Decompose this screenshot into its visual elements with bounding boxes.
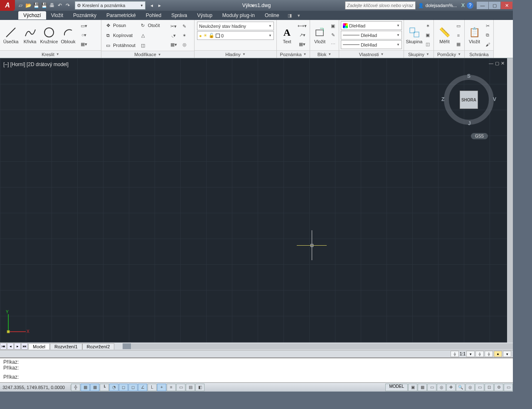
st-iso-icon[interactable]: ⊡ [485, 384, 494, 391]
close-button[interactable]: ✕ [501, 2, 512, 9]
infer-icon[interactable]: ╬ [71, 384, 80, 391]
viewcube-face[interactable]: SHORA [460, 91, 478, 109]
group-bb-icon[interactable]: ◫ [424, 40, 432, 49]
anno-scale-icon[interactable]: ⟠ [451, 351, 459, 357]
st-pan-icon[interactable]: ✥ [446, 384, 456, 391]
exchange-icon[interactable]: X [459, 2, 467, 9]
rectangle-icon[interactable]: ▭▾ [78, 22, 90, 30]
st-nav-icon[interactable]: ◎ [437, 384, 446, 391]
layout-tab-1[interactable]: Rozvržení1 [50, 343, 82, 350]
tab-parametricke[interactable]: Parametrické [101, 11, 141, 20]
otrack-icon[interactable]: ∠ [138, 384, 147, 391]
create-block-icon[interactable]: ▣ [329, 22, 337, 30]
st-hw-icon[interactable]: ⚙ [494, 384, 503, 391]
osnap-icon[interactable]: ◻ [119, 384, 128, 391]
offset-icon[interactable]: ◎ [180, 40, 189, 49]
paste-button[interactable]: 📋Vložit [466, 26, 483, 44]
ducs-icon[interactable]: L [148, 384, 157, 391]
layout-tab-model[interactable]: Model [28, 343, 50, 350]
lineweight-dropdown[interactable]: DleHlad▼ [341, 31, 402, 39]
workspace-selector[interactable]: ⚙ Kreslení a poznámka ▼ [75, 1, 145, 10]
viewcube-south[interactable]: J [468, 121, 471, 126]
layer-current-dropdown[interactable]: ● ☀ 🔓 0▼ [197, 31, 274, 40]
layout-prev-icon[interactable]: ◂ [7, 343, 14, 350]
anno-auto-icon[interactable]: ▾ [466, 351, 475, 357]
table-icon[interactable]: ▦▾ [296, 40, 308, 49]
tpy-icon[interactable]: ▭ [176, 384, 185, 391]
ortho-icon[interactable]: ┗ [100, 384, 109, 391]
tab-moduly[interactable]: Moduly plug-in [217, 11, 260, 20]
layout-next-icon[interactable]: ▸ [14, 343, 21, 350]
coordinates-readout[interactable]: 3247.3355, 1749.8571, 0.0000 [0, 385, 71, 390]
nav-prev-icon[interactable]: ◂ [148, 2, 155, 9]
doc-minimize-icon[interactable]: — [489, 61, 493, 66]
command-window[interactable]: Příkaz: Příkaz: Příkaz: [0, 357, 513, 382]
polyline-button[interactable]: Křivka [21, 26, 39, 44]
save-icon[interactable]: 💾 [32, 2, 40, 9]
vertical-scrollbar[interactable] [507, 58, 513, 342]
st-steer-icon[interactable]: ◎ [466, 384, 475, 391]
layer-state-dropdown[interactable]: Neuložený stav hladiny▼ [197, 22, 274, 30]
open-icon[interactable]: 📂 [25, 2, 32, 9]
panel-modify-title[interactable]: Modifikace▼ [101, 51, 194, 58]
erase-icon[interactable]: ✎ [180, 22, 189, 30]
ungroup-icon[interactable]: ✶ [424, 22, 432, 30]
fillet-icon[interactable]: ◟▾ [168, 31, 180, 39]
snap-icon[interactable]: ▦ [81, 384, 90, 391]
doc-close-icon[interactable]: ✕ [501, 61, 505, 66]
panel-util-title[interactable]: Pomůcky▼ [434, 50, 464, 58]
tab-online[interactable]: Online [260, 11, 284, 20]
undo-icon[interactable]: ↶ [56, 2, 64, 9]
layout-tab-2[interactable]: Rozvržení2 [82, 343, 115, 350]
tab-vystup[interactable]: Výstup [192, 11, 217, 20]
matchprop-icon[interactable]: 🖌 [483, 40, 492, 49]
doc-restore-icon[interactable]: ▢ [495, 61, 499, 66]
linetype-dropdown[interactable]: DleHlad▼ [341, 40, 402, 49]
tab-poznamky[interactable]: Poznámky [68, 11, 101, 20]
line-button[interactable]: Úsečka [2, 26, 20, 44]
panel-layers-title[interactable]: Hladiny▼ [195, 50, 276, 58]
trim-icon[interactable]: ✂▾ [168, 22, 180, 30]
lwt-icon[interactable]: ≡ [167, 384, 176, 391]
nav-next-icon[interactable]: ▸ [156, 2, 163, 9]
copy-clip-icon[interactable]: ⧉ [483, 31, 492, 39]
maximize-button[interactable]: ▢ [489, 2, 500, 9]
viewcube-west[interactable]: Z [441, 96, 444, 102]
anno-lamp-icon[interactable]: ● [494, 351, 502, 357]
dimension-icon[interactable]: ⟷▾ [296, 22, 308, 30]
circle-button[interactable]: Kružnice [40, 26, 58, 44]
tab-pohled[interactable]: Pohled [141, 11, 166, 20]
tab-sprava[interactable]: Správa [166, 11, 192, 20]
st-showmotion-icon[interactable]: ▭ [475, 384, 484, 391]
ucs-icon[interactable]: Y X [5, 310, 30, 335]
help-icon[interactable]: ? [467, 2, 473, 9]
st-layout-icon[interactable]: ▣ [408, 384, 417, 391]
tab-vychozi[interactable]: Výchozí [18, 11, 46, 20]
select-icon[interactable]: ▭ [454, 22, 463, 30]
signin-area[interactable]: 👤 dolejsadam%... [418, 3, 457, 8]
rotate-button[interactable]: ↻Otočit [138, 21, 167, 30]
hatch-icon[interactable]: ▦▾ [78, 40, 90, 49]
arc-button[interactable]: Oblouk [59, 26, 77, 44]
quickcalc-icon[interactable]: ≡ [454, 31, 463, 39]
keyword-search-input[interactable] [345, 1, 416, 10]
tab-vlozit[interactable]: Vložit [46, 11, 68, 20]
panel-groups-title[interactable]: Skupiny▼ [404, 50, 433, 58]
st-clean-icon[interactable]: ▭ [504, 384, 513, 391]
modelspace-button[interactable]: MODEL [385, 384, 408, 391]
ribbon-collapse-icon[interactable]: ◨ [286, 12, 293, 19]
minimize-button[interactable]: — [477, 2, 488, 9]
grid-icon[interactable]: ▦ [90, 384, 99, 391]
polar-icon[interactable]: ◔ [109, 384, 118, 391]
st-zoom-icon[interactable]: 🔍 [456, 384, 465, 391]
3dosnap-icon[interactable]: ◻ [128, 384, 138, 391]
new-icon[interactable]: ▱ [17, 2, 24, 9]
cut-icon[interactable]: ✂ [483, 22, 492, 30]
app-logo[interactable]: A [0, 0, 15, 11]
saveas-icon[interactable]: 💾 [40, 2, 48, 9]
panel-annot-title[interactable]: Poznámka▼ [277, 50, 310, 58]
mirror-button[interactable]: △ [138, 31, 167, 40]
gss-badge[interactable]: GSS [471, 133, 488, 139]
selectall-icon[interactable]: ▦ [454, 40, 463, 49]
viewport-label[interactable]: [–] [Horní] [2D drátový model] [3, 62, 69, 67]
